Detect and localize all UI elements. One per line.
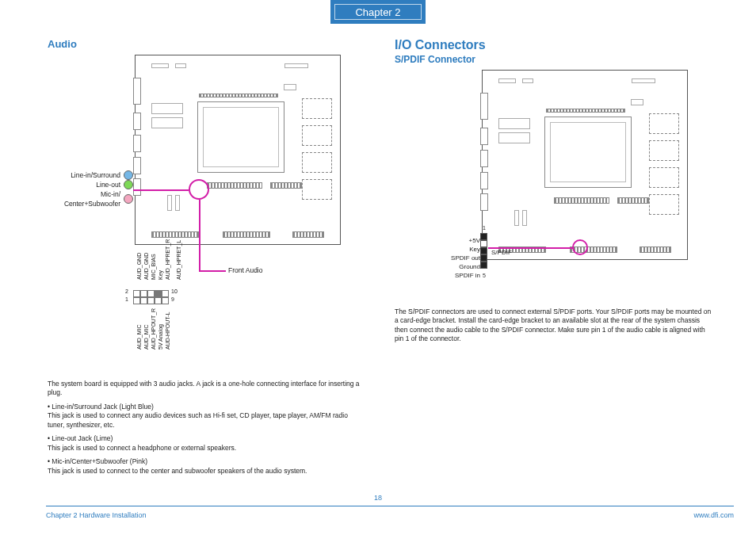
pin-num-br: 9 [171,296,174,302]
right-column: I/O Connectors S/PDIF Connector +5 [395,38,712,344]
jack-line-out: Line-out [48,180,133,189]
jack-mic-in-label: Mic-in/ Center+Subwoofer [64,189,120,208]
chapter-tab: Chapter 2 [330,0,426,24]
pin-bot-3: AUD_HPOUT_R [151,308,156,350]
page-number: 18 [374,494,382,502]
pin-top-2: AUD_GND [143,253,149,280]
pin-bot-1: AUD_MIC [136,324,142,350]
pin-bot-2: AUD_MIC [143,324,149,350]
pin-top-1: AUD_GND [136,253,142,280]
spdif-pin-5: SPDIF in [395,271,480,280]
spdif-pin-2: Key [395,245,480,254]
heading-io: I/O Connectors [395,38,712,52]
chapter-tab-label: Chapter 2 [355,6,400,18]
spdif-num-bot: 5 [483,273,486,278]
audio-intro: The system board is equipped with 3 audi… [48,380,365,398]
footer-rule [46,506,734,506]
audio-body-text: The system board is equipped with 3 audi… [48,380,365,476]
line-out-jack-icon [124,180,133,189]
spdif-pin-4: Ground [395,262,480,271]
mic-in-jack-icon [124,194,133,204]
front-audio-pin-header: AUD_GND AUD_GND MIC_BIAS Key AUD_HPRET_R… [127,236,214,292]
b1-text: This jack is used to connect any audio d… [48,411,365,430]
b3-text: This jack is used to connect to the cent… [48,467,365,476]
jack-line-out-label: Line-out [96,180,120,189]
pin-num-bl: 1 [125,296,128,302]
spdif-body-text: The S/PDIF connectors are used to connec… [395,308,712,344]
b2-title: • Line-out Jack (Lime) [48,434,365,443]
pin-num-tl: 2 [125,289,128,294]
jack-mic-in: Mic-in/ Center+Subwoofer [48,189,133,208]
heading-spdif: S/PDIF Connector [395,54,712,65]
page: Chapter 2 Audio Line-in/Surround Line-ou… [0,0,756,535]
leader-jacks [133,189,189,191]
front-audio-label: Front Audio [228,266,262,274]
footer-left: Chapter 2 Hardware Installation [46,511,147,519]
spdif-pin-3: SPDIF out [395,254,480,262]
motherboard-outline [135,55,341,245]
footer-right: www.dfi.com [693,511,734,519]
spdif-pin-graphic [480,233,487,269]
front-audio-highlight-ring [189,179,209,200]
pin-top-3: MIC_BIAS [151,254,156,280]
spdif-highlight-ring [572,239,588,255]
pin-bot-5: AUD-HPOUT-L [165,312,170,350]
b1-title: • Line-in/Surround Jack (Light Blue) [48,403,365,411]
b2-text: This jack is used to connect a headphone… [48,444,365,453]
heading-audio: Audio [48,38,365,50]
pin-num-tr: 10 [171,289,178,294]
spdif-pin-1: +5V [395,236,480,245]
motherboard-outline-right [482,70,688,260]
line-in-jack-icon [124,170,133,180]
spdif-board-diagram: +5V Key SPDIF out Ground SPDIF in 1 5 S/… [395,70,712,284]
left-column: Audio Line-in/Surround Line-out Mic-in/ … [48,38,365,476]
jack-line-in-label: Line-in/Surround [71,170,120,180]
jack-line-in: Line-in/Surround [48,170,133,180]
pin-bot-4: 5V Analog [158,324,163,350]
audio-board-diagram: Line-in/Surround Line-out Mic-in/ Center… [48,55,365,253]
pin-top-4: Key [158,270,163,280]
spdif-pin-labels: +5V Key SPDIF out Ground SPDIF in [395,236,480,280]
b3-title: • Mic-in/Center+Subwoofer (Pink) [48,457,365,466]
spdif-label: S/PDIF [491,249,512,256]
pin-top-5: AUD_HPRET_R [165,239,170,280]
spdif-num-top: 1 [483,225,486,231]
pin-top-7: AUD_HPRET_L [176,240,181,280]
audio-jacks-labels: Line-in/Surround Line-out Mic-in/ Center… [48,170,133,208]
